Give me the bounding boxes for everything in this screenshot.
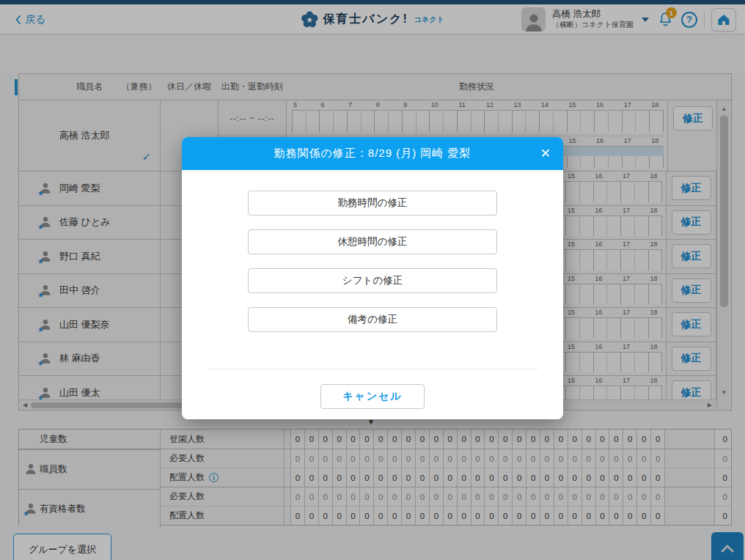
close-icon[interactable]: ✕ bbox=[540, 137, 551, 170]
cancel-button[interactable]: キャンセル bbox=[320, 384, 425, 409]
modal-option-button[interactable]: 勤務時間の修正 bbox=[248, 191, 497, 215]
attendance-page: 戻る 保育士バンク! コネクト 高橋 浩太郎 （横断）コネクト保育園 bbox=[0, 0, 745, 560]
modal-option-button[interactable]: シフトの修正 bbox=[248, 268, 497, 293]
modal-option-button[interactable]: 休憩時間の修正 bbox=[248, 229, 497, 254]
modal-title: 勤務関係の修正：8/29 (月) 岡崎 愛梨 bbox=[274, 147, 471, 161]
modal-option-button[interactable]: 備考の修正 bbox=[248, 307, 497, 332]
modal-divider bbox=[208, 369, 537, 369]
modal-body: 勤務時間の修正休憩時間の修正シフトの修正備考の修正 bbox=[182, 170, 563, 332]
modal-header: 勤務関係の修正：8/29 (月) 岡崎 愛梨 ✕ bbox=[182, 137, 563, 170]
edit-modal: 勤務関係の修正：8/29 (月) 岡崎 愛梨 ✕ 勤務時間の修正休憩時間の修正シ… bbox=[182, 137, 563, 419]
